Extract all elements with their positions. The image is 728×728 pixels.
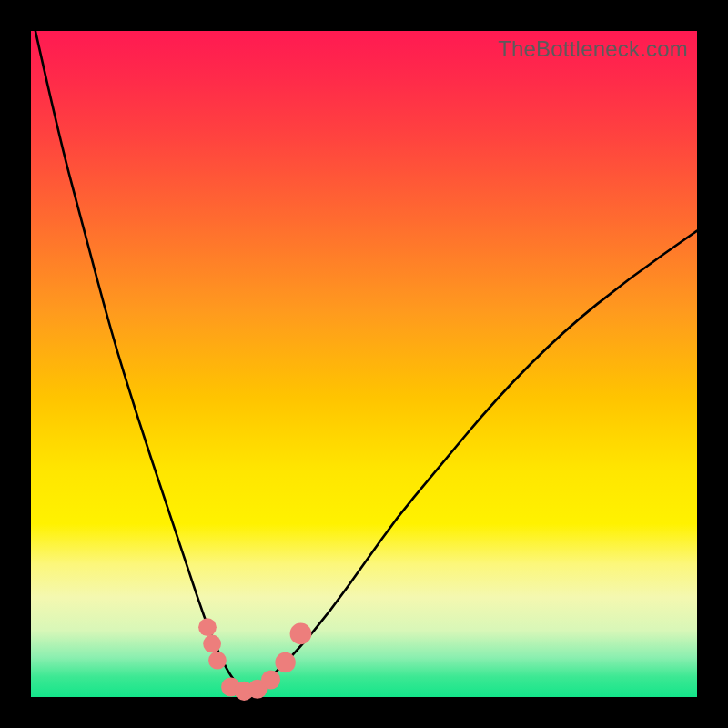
marker-right-1 <box>275 652 295 672</box>
curve-layer <box>31 11 697 691</box>
marker-right-2 <box>290 623 312 645</box>
plot-area: TheBottleneck.com <box>31 31 697 697</box>
marker-bottom-4 <box>261 670 280 689</box>
chart-frame: TheBottleneck.com <box>0 0 728 728</box>
markers-layer <box>198 618 311 701</box>
marker-left-1 <box>198 618 217 636</box>
bottleneck-curve <box>31 11 697 691</box>
chart-svg <box>31 31 697 697</box>
marker-left-3 <box>208 652 227 670</box>
marker-left-2 <box>203 635 221 653</box>
